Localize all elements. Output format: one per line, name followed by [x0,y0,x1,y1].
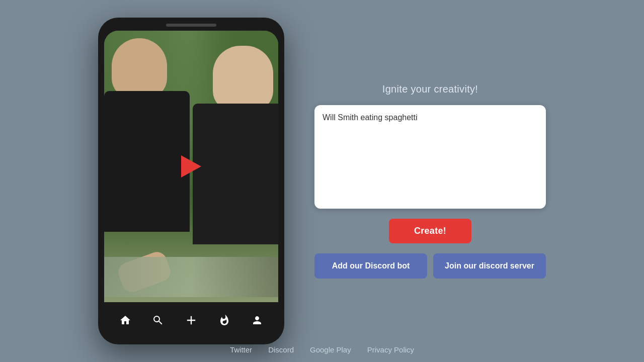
join-discord-server-button[interactable]: Join our discord server [433,253,546,279]
phone-mockup [98,18,284,344]
discord-buttons-container: Add our Discord bot Join our discord ser… [314,253,546,279]
footer: Twitter Discord Google Play Privacy Poli… [0,345,644,354]
tagline: Ignite your creativity! [382,83,478,95]
phone-notch [166,24,216,27]
create-button[interactable]: Create! [389,219,471,243]
nav-home-button[interactable] [119,314,131,326]
nav-user-button[interactable] [251,314,263,326]
main-container: Ignite your creativity! Will Smith eatin… [0,0,644,362]
phone-screen [104,31,278,338]
play-icon [181,155,201,177]
nav-flame-button[interactable] [218,314,230,326]
nav-search-button[interactable] [152,314,164,326]
video-content [104,31,278,302]
footer-google-play-link[interactable]: Google Play [310,345,351,354]
right-panel: Ignite your creativity! Will Smith eatin… [314,83,546,279]
second-video-strip [104,257,278,302]
nav-plus-button[interactable] [184,313,198,327]
prompt-input[interactable]: Will Smith eating spaghetti [323,113,538,199]
footer-discord-link[interactable]: Discord [268,345,294,354]
footer-twitter-link[interactable]: Twitter [230,345,252,354]
add-discord-bot-button[interactable]: Add our Discord bot [314,253,427,279]
phone-video-area[interactable] [104,31,278,302]
phone-nav [104,302,278,338]
text-input-container: Will Smith eating spaghetti [314,105,546,209]
footer-privacy-policy-link[interactable]: Privacy Policy [367,345,414,354]
